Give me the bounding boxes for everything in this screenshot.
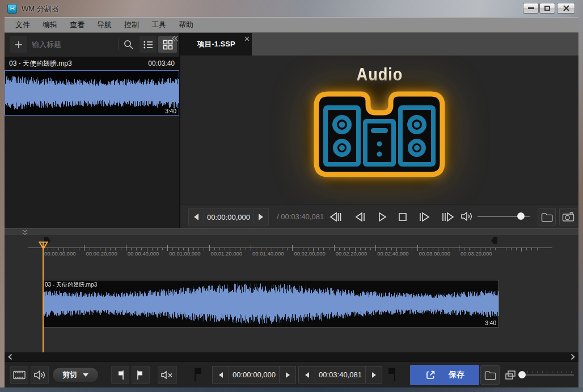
menu-item-tools[interactable]: 工具	[145, 18, 172, 32]
ruler-tick	[449, 248, 449, 250]
ruler-tick	[344, 248, 345, 250]
ruler-tick	[537, 248, 538, 250]
title-bar[interactable]: ✂ WM 分割器	[0, 0, 583, 17]
menu-item-view[interactable]: 查看	[64, 18, 91, 32]
menu-item-edit[interactable]: 编辑	[36, 18, 64, 32]
audio-clip[interactable]: 03 - 天使的翅膀.mp3 3:40	[43, 280, 499, 327]
previous-file-icon	[329, 212, 343, 222]
mute-icon	[160, 370, 174, 380]
collapse-panel-button[interactable]	[171, 33, 178, 44]
volume-slider-thumb[interactable]	[517, 212, 525, 220]
ruler-tick	[516, 248, 517, 250]
thumbnail-waveform	[5, 71, 179, 115]
start-time-decrement[interactable]	[213, 367, 229, 383]
close-button[interactable]	[557, 3, 575, 14]
list-view-icon	[143, 40, 153, 49]
audio-mode-button[interactable]	[31, 366, 49, 384]
zoom-tick	[557, 371, 557, 373]
start-time-display[interactable]: 00:00:00,000	[229, 367, 279, 383]
step-forward-button[interactable]	[416, 209, 432, 225]
output-folder-button[interactable]	[480, 365, 500, 385]
ruler-tick	[365, 248, 366, 250]
menu-item-file[interactable]: 文件	[9, 18, 36, 32]
menu-bar: 文件 编辑 查看 导航 控制 工具 帮助	[5, 17, 578, 33]
thumbnail-duration: 3:40	[166, 108, 176, 114]
ruler-tick	[84, 245, 85, 251]
ruler-tick	[407, 248, 407, 250]
time-increment-button[interactable]	[254, 209, 268, 225]
ruler-tick	[126, 245, 126, 251]
current-time-display[interactable]: 00:00:00,000	[204, 209, 253, 225]
search-input[interactable]	[32, 36, 116, 53]
panel-splitter[interactable]	[5, 228, 578, 235]
ruler-tick	[110, 248, 111, 250]
zoom-slider-thumb[interactable]	[518, 371, 526, 378]
playhead-handle[interactable]	[39, 241, 48, 250]
ruler-tick	[209, 245, 210, 251]
export-icon	[425, 369, 436, 381]
app-window: ✂ WM 分割器 文件 编辑 查看 导航 控制 工具 帮助	[0, 0, 583, 392]
ruler-label: 00:01:00;000	[169, 250, 200, 257]
scroll-right-button[interactable]	[568, 352, 577, 361]
playhead-line[interactable]	[43, 242, 44, 352]
ruler-tick	[428, 248, 428, 250]
minimize-icon	[528, 7, 534, 9]
ruler-tick	[261, 248, 261, 250]
step-back-button[interactable]	[353, 209, 369, 225]
timeline-scrollbar[interactable]	[5, 352, 578, 361]
time-decrement-button[interactable]	[189, 209, 204, 225]
ruler-tick	[417, 245, 418, 251]
volume-icon	[461, 211, 473, 224]
set-end-marker-button[interactable]	[111, 366, 129, 384]
ruler-tick	[256, 248, 256, 250]
ruler-tick	[386, 248, 387, 250]
tab-project[interactable]: 项目-1.SSP	[180, 33, 252, 56]
ruler-tick	[490, 248, 491, 250]
ruler-tick	[172, 248, 173, 250]
end-time-decrement[interactable]	[299, 367, 315, 383]
end-time-increment[interactable]	[366, 367, 382, 383]
video-mode-button[interactable]	[10, 366, 28, 384]
maximize-button[interactable]	[539, 3, 555, 14]
menu-item-navigate[interactable]: 导航	[91, 18, 118, 32]
scroll-left-button[interactable]	[6, 352, 15, 361]
ruler-tick	[318, 248, 319, 250]
menu-item-control[interactable]: 控制	[118, 18, 145, 32]
audio-badge	[311, 87, 448, 181]
cut-mode-dropdown[interactable]: 剪切	[52, 367, 99, 383]
end-marker-icon	[387, 367, 397, 384]
step-forward-icon	[418, 212, 430, 222]
window-border	[0, 387, 583, 392]
ruler-tick	[308, 248, 309, 250]
start-time-value: 00:00:00,000	[233, 370, 276, 379]
zoom-tick	[527, 371, 528, 373]
add-file-button[interactable]	[10, 36, 27, 53]
minimize-button[interactable]	[523, 3, 539, 14]
current-time-spinner: 00:00:00,000	[188, 208, 269, 225]
list-view-button[interactable]	[140, 36, 157, 53]
mute-button[interactable]	[158, 366, 177, 384]
save-button[interactable]: 保存	[410, 365, 479, 385]
chevron-left-icon	[8, 353, 12, 360]
search-button[interactable]	[120, 36, 137, 53]
ruler-tick	[198, 248, 199, 250]
collapse-down-icon	[22, 229, 28, 235]
zoom-slider[interactable]	[522, 374, 574, 376]
ruler-tick	[277, 248, 277, 250]
menu-item-help[interactable]: 帮助	[172, 18, 200, 32]
next-file-button[interactable]	[440, 209, 456, 225]
set-start-marker-button[interactable]	[132, 366, 150, 384]
ruler-tick	[240, 248, 241, 250]
media-list-item[interactable]: 03 - 天使的翅膀.mp3 00:03:40	[5, 57, 179, 70]
maximize-icon	[544, 6, 550, 11]
end-time-display[interactable]: 00:03:40,081	[315, 367, 365, 383]
play-button[interactable]	[374, 209, 390, 225]
media-thumbnail[interactable]: 3:40	[5, 70, 179, 116]
previous-file-button[interactable]	[328, 209, 344, 225]
tab-close-button[interactable]	[244, 33, 250, 44]
stop-button[interactable]	[395, 209, 411, 225]
start-time-increment[interactable]	[280, 367, 295, 383]
search-icon	[123, 39, 134, 50]
snapshot-button[interactable]	[559, 208, 577, 225]
open-folder-button[interactable]	[538, 208, 556, 225]
